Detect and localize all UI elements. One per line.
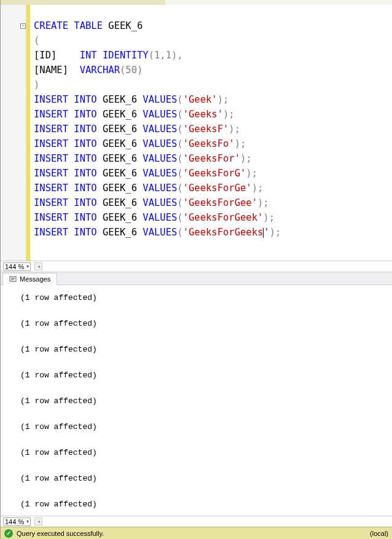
message-row: (1 row affected) <box>20 447 392 458</box>
sql-editor[interactable]: − CREATE TABLE GEEK_6 ( [ID] INT IDENTIT… <box>1 5 392 261</box>
line-gutter <box>1 5 26 261</box>
col-id: [ID] <box>34 50 57 61</box>
message-row: (1 row affected) <box>20 344 392 355</box>
zoom-dropdown-bottom[interactable]: 144 % ▾ <box>3 517 31 526</box>
tab-messages[interactable]: Messages <box>2 273 57 286</box>
message-row: (1 row affected) <box>20 318 392 329</box>
scroll-left-icon[interactable]: ◂ <box>34 262 42 270</box>
messages-panel[interactable]: (1 row affected)(1 row affected)(1 row a… <box>1 285 392 516</box>
zoom-value-bottom: 144 % <box>5 518 24 525</box>
message-row: (1 row affected) <box>20 293 392 304</box>
top-border <box>1 0 392 5</box>
kw-create: CREATE <box>34 20 68 31</box>
collapse-toggle-icon[interactable]: − <box>20 23 26 29</box>
chevron-down-icon: ▾ <box>26 264 29 269</box>
zoom-row-bottom: 144 % ▾ ◂ <box>1 516 392 527</box>
success-check-icon: ✓ <box>4 529 13 538</box>
message-row: (1 row affected) <box>20 422 392 433</box>
col-name: [NAME] <box>34 65 68 76</box>
zoom-row-top: 144 % ▾ ◂ <box>1 261 392 272</box>
message-row: (1 row affected) <box>20 396 392 407</box>
message-row: (1 row affected) <box>20 499 392 510</box>
zoom-value: 144 % <box>5 263 24 270</box>
results-tab-strip: Messages <box>1 272 392 285</box>
tab-label: Messages <box>20 275 50 283</box>
status-bar: ✓ Query executed successfully. (local) <box>1 527 392 539</box>
zoom-dropdown[interactable]: 144 % ▾ <box>3 262 31 271</box>
insert-statements: INSERT INTO GEEK_6 VALUES('Geek'); INSER… <box>34 92 388 240</box>
messages-icon <box>9 275 17 283</box>
status-connection: (local) <box>370 530 388 537</box>
kw-table: TABLE <box>74 20 103 31</box>
table-name: GEEK_6 <box>108 20 143 31</box>
scroll-left-icon[interactable]: ◂ <box>34 517 42 525</box>
chevron-down-icon: ▾ <box>26 519 29 524</box>
status-text: Query executed successfully. <box>17 530 104 537</box>
code-text[interactable]: CREATE TABLE GEEK_6 ( [ID] INT IDENTITY(… <box>30 5 392 261</box>
message-row: (1 row affected) <box>20 473 392 484</box>
message-row: (1 row affected) <box>20 370 392 381</box>
